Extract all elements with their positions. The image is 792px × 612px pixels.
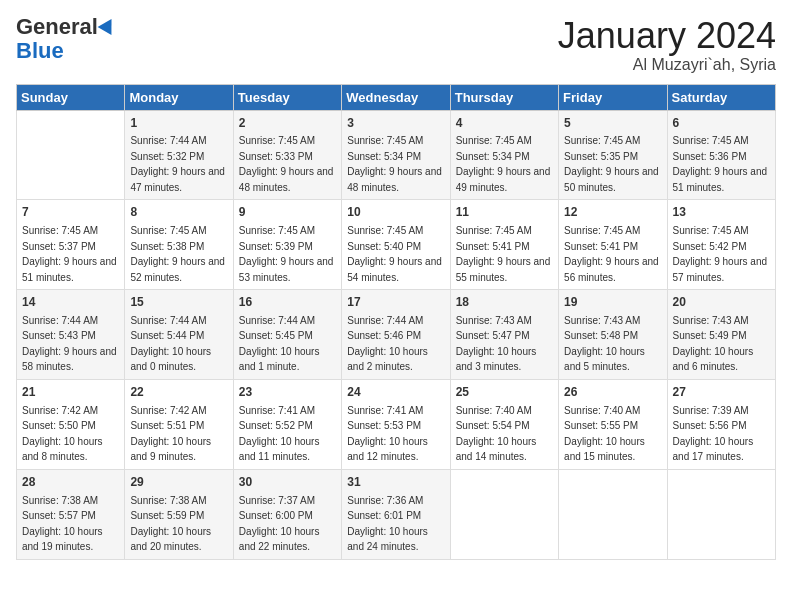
day-info: Sunrise: 7:45 AMSunset: 5:34 PMDaylight:… <box>456 135 551 193</box>
day-number: 29 <box>130 474 227 491</box>
day-header-thursday: Thursday <box>450 84 558 110</box>
month-title: January 2024 <box>558 16 776 56</box>
day-header-saturday: Saturday <box>667 84 775 110</box>
day-info: Sunrise: 7:45 AMSunset: 5:40 PMDaylight:… <box>347 225 442 283</box>
day-cell: 19Sunrise: 7:43 AMSunset: 5:48 PMDayligh… <box>559 290 667 380</box>
day-info: Sunrise: 7:43 AMSunset: 5:47 PMDaylight:… <box>456 315 537 373</box>
day-number: 22 <box>130 384 227 401</box>
day-number: 21 <box>22 384 119 401</box>
day-info: Sunrise: 7:44 AMSunset: 5:32 PMDaylight:… <box>130 135 225 193</box>
day-cell <box>559 469 667 559</box>
day-info: Sunrise: 7:44 AMSunset: 5:44 PMDaylight:… <box>130 315 211 373</box>
day-info: Sunrise: 7:45 AMSunset: 5:35 PMDaylight:… <box>564 135 659 193</box>
day-number: 4 <box>456 115 553 132</box>
day-info: Sunrise: 7:45 AMSunset: 5:38 PMDaylight:… <box>130 225 225 283</box>
day-number: 8 <box>130 204 227 221</box>
day-number: 31 <box>347 474 444 491</box>
week-row-4: 21Sunrise: 7:42 AMSunset: 5:50 PMDayligh… <box>17 379 776 469</box>
day-cell: 26Sunrise: 7:40 AMSunset: 5:55 PMDayligh… <box>559 379 667 469</box>
day-cell: 10Sunrise: 7:45 AMSunset: 5:40 PMDayligh… <box>342 200 450 290</box>
day-number: 13 <box>673 204 770 221</box>
day-cell: 2Sunrise: 7:45 AMSunset: 5:33 PMDaylight… <box>233 110 341 200</box>
day-header-wednesday: Wednesday <box>342 84 450 110</box>
week-row-2: 7Sunrise: 7:45 AMSunset: 5:37 PMDaylight… <box>17 200 776 290</box>
logo-general: General <box>16 16 98 38</box>
header-row: SundayMondayTuesdayWednesdayThursdayFrid… <box>17 84 776 110</box>
day-number: 18 <box>456 294 553 311</box>
main-container: General Blue January 2024 Al Muzayri`ah,… <box>0 0 792 568</box>
day-info: Sunrise: 7:36 AMSunset: 6:01 PMDaylight:… <box>347 495 428 553</box>
day-cell: 23Sunrise: 7:41 AMSunset: 5:52 PMDayligh… <box>233 379 341 469</box>
day-number: 11 <box>456 204 553 221</box>
day-info: Sunrise: 7:39 AMSunset: 5:56 PMDaylight:… <box>673 405 754 463</box>
day-cell: 18Sunrise: 7:43 AMSunset: 5:47 PMDayligh… <box>450 290 558 380</box>
day-header-friday: Friday <box>559 84 667 110</box>
title-block: January 2024 Al Muzayri`ah, Syria <box>558 16 776 74</box>
day-cell: 6Sunrise: 7:45 AMSunset: 5:36 PMDaylight… <box>667 110 775 200</box>
day-number: 12 <box>564 204 661 221</box>
day-number: 2 <box>239 115 336 132</box>
day-number: 9 <box>239 204 336 221</box>
day-cell: 21Sunrise: 7:42 AMSunset: 5:50 PMDayligh… <box>17 379 125 469</box>
day-number: 28 <box>22 474 119 491</box>
day-number: 26 <box>564 384 661 401</box>
day-info: Sunrise: 7:41 AMSunset: 5:53 PMDaylight:… <box>347 405 428 463</box>
day-info: Sunrise: 7:40 AMSunset: 5:55 PMDaylight:… <box>564 405 645 463</box>
calendar-table: SundayMondayTuesdayWednesdayThursdayFrid… <box>16 84 776 560</box>
day-cell: 7Sunrise: 7:45 AMSunset: 5:37 PMDaylight… <box>17 200 125 290</box>
day-number: 16 <box>239 294 336 311</box>
week-row-5: 28Sunrise: 7:38 AMSunset: 5:57 PMDayligh… <box>17 469 776 559</box>
day-cell: 14Sunrise: 7:44 AMSunset: 5:43 PMDayligh… <box>17 290 125 380</box>
day-info: Sunrise: 7:37 AMSunset: 6:00 PMDaylight:… <box>239 495 320 553</box>
day-number: 3 <box>347 115 444 132</box>
day-info: Sunrise: 7:42 AMSunset: 5:51 PMDaylight:… <box>130 405 211 463</box>
day-cell: 11Sunrise: 7:45 AMSunset: 5:41 PMDayligh… <box>450 200 558 290</box>
day-header-monday: Monday <box>125 84 233 110</box>
week-row-3: 14Sunrise: 7:44 AMSunset: 5:43 PMDayligh… <box>17 290 776 380</box>
logo-text: General <box>16 16 116 38</box>
day-cell: 8Sunrise: 7:45 AMSunset: 5:38 PMDaylight… <box>125 200 233 290</box>
header: General Blue January 2024 Al Muzayri`ah,… <box>16 16 776 74</box>
day-number: 15 <box>130 294 227 311</box>
day-cell <box>667 469 775 559</box>
day-info: Sunrise: 7:43 AMSunset: 5:48 PMDaylight:… <box>564 315 645 373</box>
day-cell: 5Sunrise: 7:45 AMSunset: 5:35 PMDaylight… <box>559 110 667 200</box>
day-info: Sunrise: 7:41 AMSunset: 5:52 PMDaylight:… <box>239 405 320 463</box>
day-info: Sunrise: 7:45 AMSunset: 5:34 PMDaylight:… <box>347 135 442 193</box>
day-info: Sunrise: 7:38 AMSunset: 5:59 PMDaylight:… <box>130 495 211 553</box>
day-info: Sunrise: 7:44 AMSunset: 5:46 PMDaylight:… <box>347 315 428 373</box>
day-number: 1 <box>130 115 227 132</box>
day-cell: 28Sunrise: 7:38 AMSunset: 5:57 PMDayligh… <box>17 469 125 559</box>
day-header-tuesday: Tuesday <box>233 84 341 110</box>
day-info: Sunrise: 7:43 AMSunset: 5:49 PMDaylight:… <box>673 315 754 373</box>
logo: General Blue <box>16 16 116 64</box>
day-info: Sunrise: 7:45 AMSunset: 5:36 PMDaylight:… <box>673 135 768 193</box>
day-cell: 13Sunrise: 7:45 AMSunset: 5:42 PMDayligh… <box>667 200 775 290</box>
day-cell: 4Sunrise: 7:45 AMSunset: 5:34 PMDaylight… <box>450 110 558 200</box>
day-number: 14 <box>22 294 119 311</box>
day-cell: 29Sunrise: 7:38 AMSunset: 5:59 PMDayligh… <box>125 469 233 559</box>
logo-triangle-icon <box>98 15 119 35</box>
day-cell: 9Sunrise: 7:45 AMSunset: 5:39 PMDaylight… <box>233 200 341 290</box>
day-cell: 1Sunrise: 7:44 AMSunset: 5:32 PMDaylight… <box>125 110 233 200</box>
day-cell: 27Sunrise: 7:39 AMSunset: 5:56 PMDayligh… <box>667 379 775 469</box>
day-number: 20 <box>673 294 770 311</box>
day-info: Sunrise: 7:45 AMSunset: 5:42 PMDaylight:… <box>673 225 768 283</box>
day-cell <box>17 110 125 200</box>
day-header-sunday: Sunday <box>17 84 125 110</box>
day-cell: 16Sunrise: 7:44 AMSunset: 5:45 PMDayligh… <box>233 290 341 380</box>
day-cell <box>450 469 558 559</box>
location: Al Muzayri`ah, Syria <box>558 56 776 74</box>
day-number: 25 <box>456 384 553 401</box>
day-cell: 24Sunrise: 7:41 AMSunset: 5:53 PMDayligh… <box>342 379 450 469</box>
day-cell: 12Sunrise: 7:45 AMSunset: 5:41 PMDayligh… <box>559 200 667 290</box>
day-cell: 31Sunrise: 7:36 AMSunset: 6:01 PMDayligh… <box>342 469 450 559</box>
day-cell: 3Sunrise: 7:45 AMSunset: 5:34 PMDaylight… <box>342 110 450 200</box>
day-cell: 30Sunrise: 7:37 AMSunset: 6:00 PMDayligh… <box>233 469 341 559</box>
day-cell: 17Sunrise: 7:44 AMSunset: 5:46 PMDayligh… <box>342 290 450 380</box>
day-cell: 22Sunrise: 7:42 AMSunset: 5:51 PMDayligh… <box>125 379 233 469</box>
day-info: Sunrise: 7:40 AMSunset: 5:54 PMDaylight:… <box>456 405 537 463</box>
day-number: 5 <box>564 115 661 132</box>
week-row-1: 1Sunrise: 7:44 AMSunset: 5:32 PMDaylight… <box>17 110 776 200</box>
day-number: 30 <box>239 474 336 491</box>
